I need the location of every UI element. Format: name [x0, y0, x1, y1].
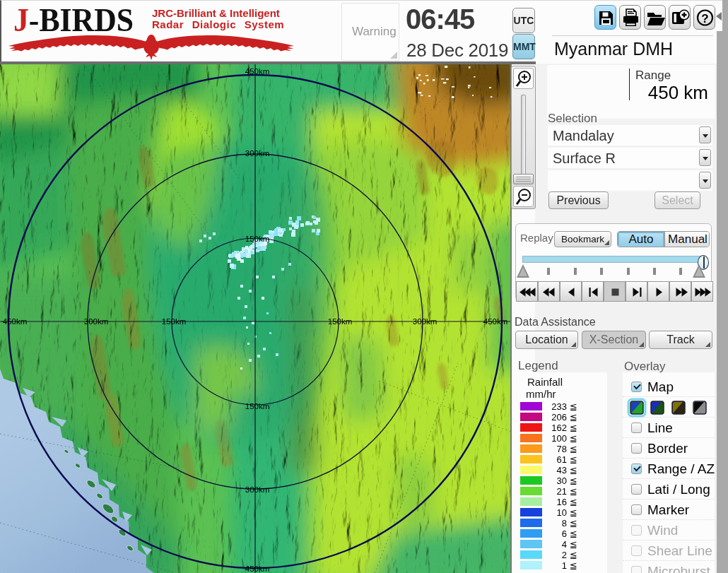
svg-text:150km: 150km: [245, 235, 270, 243]
svg-text:450km: 450km: [3, 317, 28, 326]
svg-text:300km: 300km: [245, 485, 270, 494]
svg-text:300km: 300km: [413, 317, 438, 326]
svg-text:300km: 300km: [84, 317, 109, 326]
svg-text:450km: 450km: [245, 67, 270, 76]
svg-text:?: ?: [701, 12, 708, 25]
svg-text:150km: 150km: [328, 317, 353, 326]
svg-text:300km: 300km: [245, 149, 270, 158]
svg-text:450km: 450km: [483, 317, 508, 326]
svg-text:150km: 150km: [162, 317, 187, 326]
svg-text:150km: 150km: [245, 402, 270, 410]
svg-text:450km: 450km: [245, 565, 270, 573]
